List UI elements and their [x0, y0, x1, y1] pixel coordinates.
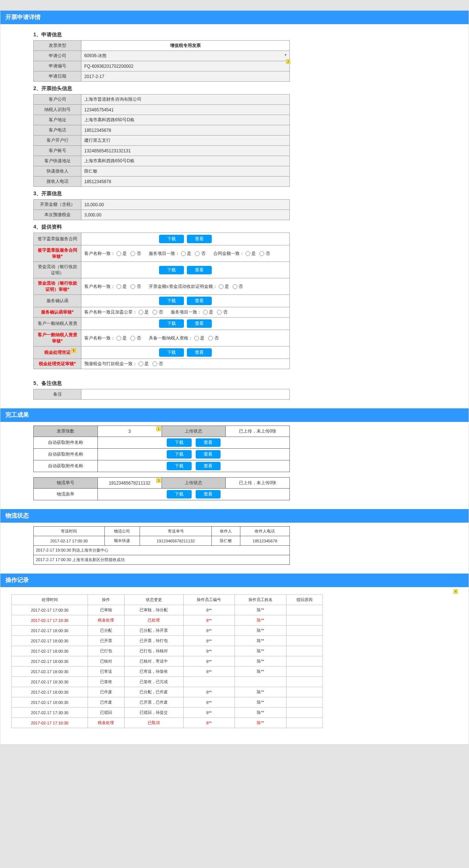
view-button[interactable]: 查看 — [187, 266, 212, 274]
td: 2017-02-17 17:00:30 — [34, 536, 105, 546]
td-upload-status-value-2: 已上传，未上传0张 — [226, 478, 290, 489]
value-cell: 下载查看 — [81, 295, 290, 307]
th: 驳回原因 — [286, 595, 322, 605]
td: 19123465678211132 — [140, 536, 212, 546]
value-remark[interactable] — [81, 389, 290, 400]
table-row: 2017-02-17 18:00:30已开票已开票，待打包8**陈** — [12, 636, 323, 646]
radio-option[interactable] — [194, 336, 199, 341]
radio-option[interactable] — [130, 336, 135, 341]
radio-option[interactable] — [233, 284, 237, 289]
download-button[interactable]: 下载 — [159, 235, 184, 243]
download-button[interactable]: 下载 — [167, 450, 192, 459]
value-apply-date: 2017-2-17 — [81, 71, 290, 82]
view-button[interactable]: 查看 — [187, 348, 212, 357]
label-cell: 客户一般纳税人资质 — [34, 318, 81, 330]
download-button[interactable]: 下载 — [159, 348, 184, 357]
radio-option[interactable] — [152, 310, 157, 315]
radio-option[interactable] — [152, 361, 157, 366]
td: 18512345678 — [240, 536, 289, 546]
th: 寄送单号 — [140, 527, 212, 536]
value-cell: 上海市高科西路650号D栋 — [81, 156, 290, 166]
table-row: 2017-02-17 18:00:30已作废已分配，已作废8**陈** — [12, 687, 323, 697]
th: 操作员工姓名 — [235, 595, 287, 605]
value-invoice-type: 增值税专用发票 — [81, 41, 290, 51]
label-cell: 纳税人识别号 — [34, 105, 81, 115]
value-company-select[interactable]: 60936-冰熊 2 — [81, 51, 290, 61]
label-cell: 本次预缴税金 — [34, 210, 81, 220]
download-button[interactable]: 下载 — [167, 490, 192, 498]
radio-option[interactable] — [203, 310, 208, 315]
table-row: 2017-02-17 18:00:30已作废已开票，已作废8**陈** — [12, 697, 323, 708]
table-row: 2017-02-17 17:00:30已审核已审核，待分配8**陈** — [12, 605, 323, 615]
table-row: 2017-02-17 17:10:30税金处理已取消8**陈** — [12, 718, 323, 728]
label-cell: 税金处理凭证5 — [34, 346, 81, 359]
radio-option[interactable] — [217, 310, 222, 315]
label-cell: 签字盖章版服务合同 — [34, 233, 81, 245]
view-button[interactable]: 查看 — [196, 490, 221, 498]
value-cell: 客户名称一致且加盖公章： 是 否 服务项目一致： 是 否 — [81, 307, 290, 318]
th: 寄送时间 — [34, 527, 105, 536]
audit-question: 服务项目一致： — [171, 309, 202, 315]
th: 操作 — [88, 595, 124, 605]
radio-option[interactable] — [181, 251, 186, 256]
value-cell: 上海市高科西路650号D栋 — [81, 115, 290, 125]
label-cell: 客户公司 — [34, 94, 81, 105]
radio-option[interactable] — [139, 361, 143, 366]
label-cell: 客户一般纳税人资质审核* — [34, 330, 81, 346]
header-info-table: 客户公司上海市普道财务咨询有限公司纳税人识别号123465754541客户地址上… — [33, 94, 290, 187]
download-button[interactable]: 下载 — [167, 438, 192, 447]
download-button[interactable]: 下载 — [159, 266, 184, 274]
radio-option[interactable] — [130, 251, 135, 256]
view-button[interactable]: 查看 — [196, 450, 221, 459]
value-cell: 18512345678 — [81, 177, 290, 187]
radio-option[interactable] — [208, 336, 213, 341]
download-button[interactable]: 下载 — [159, 319, 184, 328]
logistics-event: 2017-2-17 17:00:30 上海市浦东新区分部揽收成功 — [34, 555, 290, 565]
radio-option[interactable] — [259, 251, 264, 256]
radio-option[interactable] — [117, 336, 121, 341]
annotation-tag-1: 1 — [156, 427, 160, 431]
audit-question: 预缴税金与打款税金一致： — [84, 361, 137, 366]
view-button[interactable]: 查看 — [196, 462, 221, 470]
table-row: 2017-02-17 18:00:30已寄送已寄送，待签收8**陈** — [12, 667, 323, 677]
view-button[interactable]: 查看 — [196, 438, 221, 447]
radio-option[interactable] — [219, 284, 224, 289]
radio-option[interactable] — [139, 310, 143, 315]
apply-info-table: 发票类型 增值税专用发票 申请公司 60936-冰熊 2 申请编号 FQ-609… — [33, 40, 290, 82]
radio-option[interactable] — [130, 284, 135, 289]
value-cell: 上海市普道财务咨询有限公司 — [81, 94, 290, 105]
section-header-oplog: 操作记录 — [0, 574, 469, 587]
result-logistics-table: 物流单号 19123465678211132 3 上传状态 已上传，未上传0张 … — [33, 477, 290, 500]
annotation-tag-4: 4 — [454, 589, 458, 594]
annotation-tag-2: 2 — [286, 59, 290, 64]
table-row: 2017-02-17 17:10:30税金处理已处理8**陈** — [12, 615, 323, 626]
label-cell: 客户快递地址 — [34, 156, 81, 166]
subheading-5: 5、备注信息 — [33, 380, 469, 387]
label-company: 申请公司 — [34, 51, 81, 61]
remark-table: 备注 — [33, 389, 290, 400]
download-button[interactable]: 下载 — [159, 297, 184, 305]
th: 收件人 — [212, 527, 240, 536]
annotation-tag-5: 5 — [71, 348, 75, 353]
label-apply-date: 申请日期 — [34, 71, 81, 82]
logistics-status-table: 寄送时间物流公司寄送单号收件人收件人电话 2017-02-17 17:00:30… — [33, 526, 290, 565]
view-button[interactable]: 查看 — [187, 319, 212, 328]
radio-option[interactable] — [117, 251, 121, 256]
section-header-logistics: 物流状态 — [0, 509, 469, 523]
view-button[interactable]: 查看 — [187, 235, 212, 243]
value-apply-no: FQ-60936201702200002 — [81, 61, 290, 71]
radio-option[interactable] — [245, 251, 250, 256]
page-container: 开票申请详情 1、申请信息 发票类型 增值税专用发票 申请公司 60936-冰熊… — [0, 10, 469, 745]
audit-question: 具备一般纳税人资格： — [149, 335, 193, 341]
download-button[interactable]: 下载 — [167, 462, 192, 470]
th: 物流公司 — [104, 527, 140, 536]
label-cell: 服务确认函 — [34, 295, 81, 307]
audit-question: 客户名称一致： — [84, 335, 115, 341]
value-cell: 下载查看 — [81, 262, 290, 278]
radio-option[interactable] — [195, 251, 200, 256]
table-row: 2017-02-17 18:00:30已核对已核对，寄送中8**陈** — [12, 656, 323, 667]
label-cell: 客户地址 — [34, 115, 81, 125]
radio-option[interactable] — [117, 284, 121, 289]
td-tracking-no-value: 19123465678211132 3 — [97, 478, 162, 489]
view-button[interactable]: 查看 — [187, 297, 212, 305]
